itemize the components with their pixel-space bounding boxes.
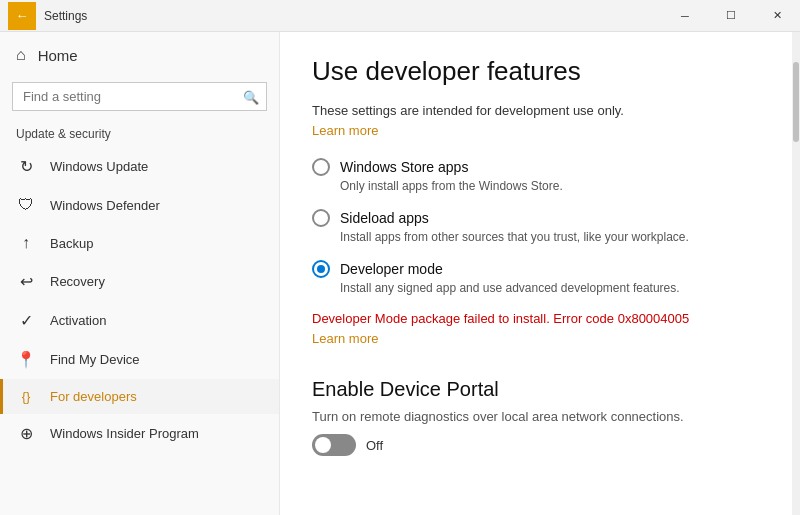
titlebar-controls: ─ ☐ ✕ — [662, 0, 800, 32]
windows-update-icon: ↻ — [16, 157, 36, 176]
sidebar-label-find-my-device: Find My Device — [50, 352, 140, 367]
search-icon: 🔍 — [243, 89, 259, 104]
radio-desc-sideload: Install apps from other sources that you… — [340, 230, 760, 244]
page-description: These settings are intended for developm… — [312, 103, 760, 118]
sidebar-item-windows-update[interactable]: ↻ Windows Update — [0, 147, 279, 186]
windows-insider-icon: ⊕ — [16, 424, 36, 443]
radio-label-developer-mode: Developer mode — [340, 261, 443, 277]
titlebar: ← Settings ─ ☐ ✕ — [0, 0, 800, 32]
radio-windows-store[interactable] — [312, 158, 330, 176]
recovery-icon: ↩ — [16, 272, 36, 291]
portal-description: Turn on remote diagnostics over local ar… — [312, 409, 760, 424]
radio-label-sideload: Sideload apps — [340, 210, 429, 226]
page-title: Use developer features — [312, 56, 760, 87]
radio-row-windows-store: Windows Store apps — [312, 158, 760, 176]
activation-icon: ✓ — [16, 311, 36, 330]
sidebar-item-home[interactable]: ⌂ Home — [0, 32, 279, 78]
search-input[interactable] — [12, 82, 267, 111]
main-container: ⌂ Home 🔍 Update & security ↻ Windows Upd… — [0, 32, 800, 515]
learn-more-link-2[interactable]: Learn more — [312, 331, 378, 346]
close-button[interactable]: ✕ — [754, 0, 800, 32]
maximize-icon: ☐ — [726, 9, 736, 22]
radio-sideload[interactable] — [312, 209, 330, 227]
radio-developer-mode[interactable] — [312, 260, 330, 278]
sidebar-label-windows-update: Windows Update — [50, 159, 148, 174]
sidebar-label-windows-defender: Windows Defender — [50, 198, 160, 213]
maximize-button[interactable]: ☐ — [708, 0, 754, 32]
content-area: Use developer features These settings ar… — [280, 32, 792, 515]
sidebar-item-windows-defender[interactable]: 🛡 Windows Defender — [0, 186, 279, 224]
toggle-thumb — [315, 437, 331, 453]
device-portal-toggle[interactable] — [312, 434, 356, 456]
sidebar-label-backup: Backup — [50, 236, 93, 251]
error-message: Developer Mode package failed to install… — [312, 311, 760, 326]
sidebar-search: 🔍 — [12, 82, 267, 111]
sidebar: ⌂ Home 🔍 Update & security ↻ Windows Upd… — [0, 32, 280, 515]
scrollbar-thumb[interactable] — [793, 62, 799, 142]
close-icon: ✕ — [773, 9, 782, 22]
radio-item-sideload: Sideload apps Install apps from other so… — [312, 209, 760, 244]
radio-row-sideload: Sideload apps — [312, 209, 760, 227]
for-developers-icon: {} — [16, 389, 36, 404]
windows-defender-icon: 🛡 — [16, 196, 36, 214]
back-icon: ← — [16, 8, 29, 23]
sidebar-home-label: Home — [38, 47, 78, 64]
sidebar-section-label: Update & security — [0, 123, 279, 147]
titlebar-left: ← Settings — [8, 2, 87, 30]
home-icon: ⌂ — [16, 46, 26, 64]
toggle-row: Off — [312, 434, 760, 456]
radio-desc-windows-store: Only install apps from the Windows Store… — [340, 179, 760, 193]
portal-heading: Enable Device Portal — [312, 378, 760, 401]
learn-more-link-1[interactable]: Learn more — [312, 123, 378, 138]
sidebar-item-find-my-device[interactable]: 📍 Find My Device — [0, 340, 279, 379]
radio-row-developer-mode: Developer mode — [312, 260, 760, 278]
sidebar-label-for-developers: For developers — [50, 389, 137, 404]
sidebar-item-windows-insider[interactable]: ⊕ Windows Insider Program — [0, 414, 279, 453]
sidebar-label-activation: Activation — [50, 313, 106, 328]
radio-group: Windows Store apps Only install apps fro… — [312, 158, 760, 311]
sidebar-item-backup[interactable]: ↑ Backup — [0, 224, 279, 262]
sidebar-item-for-developers[interactable]: {} For developers — [0, 379, 279, 414]
sidebar-label-windows-insider: Windows Insider Program — [50, 426, 199, 441]
find-my-device-icon: 📍 — [16, 350, 36, 369]
radio-desc-developer-mode: Install any signed app and use advanced … — [340, 281, 760, 295]
scrollbar-track[interactable] — [792, 32, 800, 515]
sidebar-item-recovery[interactable]: ↩ Recovery — [0, 262, 279, 301]
radio-label-windows-store: Windows Store apps — [340, 159, 468, 175]
titlebar-title: Settings — [44, 9, 87, 23]
minimize-button[interactable]: ─ — [662, 0, 708, 32]
sidebar-item-activation[interactable]: ✓ Activation — [0, 301, 279, 340]
radio-item-developer-mode: Developer mode Install any signed app an… — [312, 260, 760, 295]
back-button[interactable]: ← — [8, 2, 36, 30]
backup-icon: ↑ — [16, 234, 36, 252]
toggle-label: Off — [366, 438, 383, 453]
minimize-icon: ─ — [681, 10, 689, 22]
sidebar-label-recovery: Recovery — [50, 274, 105, 289]
radio-item-windows-store: Windows Store apps Only install apps fro… — [312, 158, 760, 193]
